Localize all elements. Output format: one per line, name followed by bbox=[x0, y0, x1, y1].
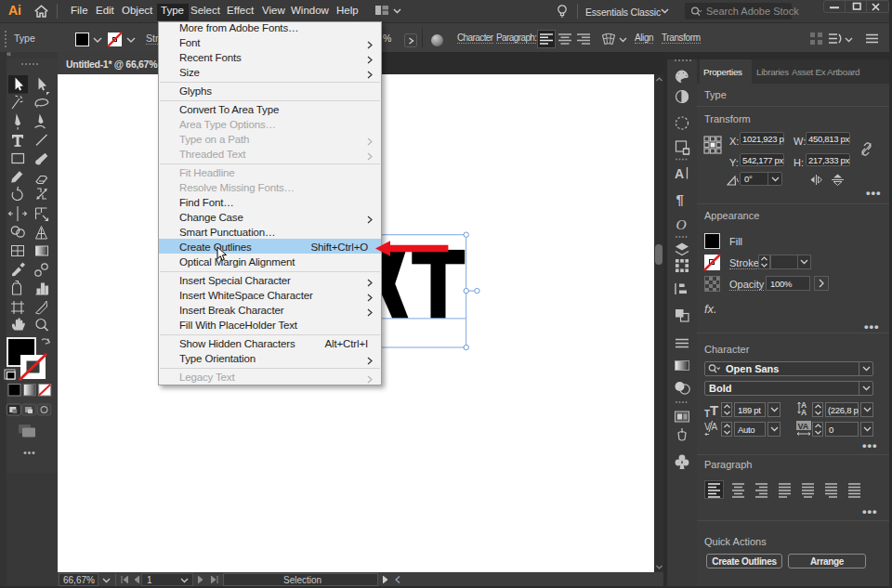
svg-text:O: O bbox=[676, 216, 687, 232]
svg-text:¶: ¶ bbox=[676, 191, 684, 207]
svg-text:A: A bbox=[675, 166, 684, 181]
